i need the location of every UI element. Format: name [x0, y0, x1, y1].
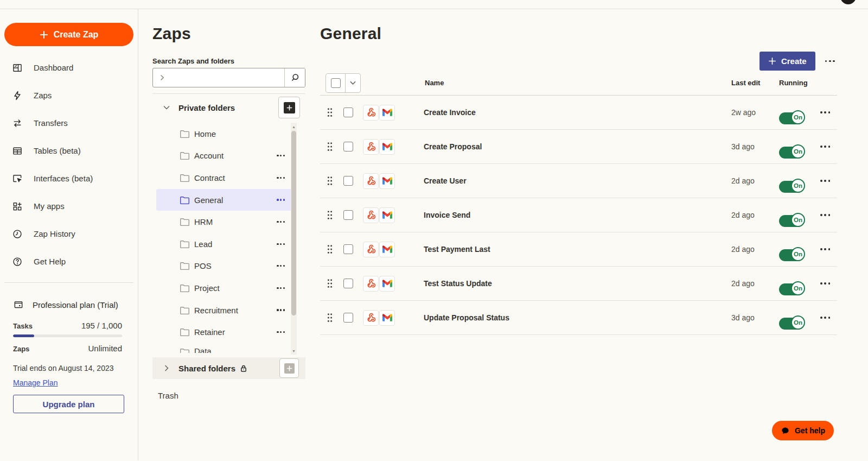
zap-last-edit: 3d ago: [731, 142, 779, 151]
folder-item[interactable]: Lead: [156, 233, 292, 255]
manage-plan-link[interactable]: Manage Plan: [13, 378, 58, 387]
webhook-icon: [363, 276, 379, 292]
folder-list-scrollbar[interactable]: ▲ ▼: [291, 123, 297, 355]
scrollbar-thumb[interactable]: [291, 131, 296, 315]
drag-handle-icon[interactable]: [327, 210, 334, 220]
trash-link[interactable]: Trash: [158, 391, 190, 400]
scroll-up-icon[interactable]: ▲: [291, 123, 297, 130]
row-checkbox[interactable]: [343, 210, 353, 220]
folder-icon: [180, 239, 190, 249]
zap-menu-button[interactable]: [818, 246, 832, 252]
folder-item[interactable]: Contract: [156, 167, 292, 189]
sidebar-item-transfers[interactable]: Transfers: [0, 109, 138, 137]
sidebar-item-label: Transfers: [34, 118, 68, 128]
sidebar-item-my-apps[interactable]: My apps: [0, 192, 138, 220]
row-checkbox[interactable]: [343, 313, 353, 323]
interfaces-icon: [12, 173, 23, 184]
zap-name[interactable]: Create User: [424, 176, 731, 185]
transfers-icon: [12, 118, 23, 129]
zap-menu-button[interactable]: [818, 280, 832, 287]
row-checkbox[interactable]: [343, 244, 353, 254]
drag-handle-icon[interactable]: [327, 279, 334, 288]
user-avatar[interactable]: [840, 0, 856, 4]
zap-name[interactable]: Test Status Update: [424, 279, 731, 288]
create-button[interactable]: Create: [760, 52, 815, 71]
app-icons: [363, 276, 395, 292]
folder-icon: [180, 327, 190, 337]
toggle-state-label: On: [791, 247, 805, 261]
webhook-icon: [363, 105, 379, 121]
folder-item[interactable]: General: [156, 189, 292, 211]
folder-item[interactable]: Recruitment: [156, 299, 292, 321]
folder-item[interactable]: HRM: [156, 211, 292, 233]
sidebar-item-tables[interactable]: Tables (beta): [0, 137, 138, 165]
folder-menu-button[interactable]: [275, 329, 287, 335]
sidebar-item-get-help[interactable]: Get Help: [0, 248, 138, 275]
zap-row: Update Proposal Status 3d ago On: [320, 301, 837, 335]
zap-name[interactable]: Test Payment Last: [424, 245, 731, 254]
drag-handle-icon[interactable]: [327, 142, 334, 151]
sidebar-item-interfaces[interactable]: Interfaces (beta): [0, 165, 138, 192]
zap-row: Create Proposal 3d ago On: [320, 130, 837, 164]
folder-item[interactable]: Data: [156, 343, 292, 353]
row-checkbox[interactable]: [343, 176, 353, 186]
toggle-state-label: On: [791, 144, 805, 159]
folder-menu-button[interactable]: [275, 263, 287, 269]
chevron-down-icon[interactable]: [163, 104, 170, 111]
add-shared-folder-button[interactable]: [279, 358, 299, 378]
chevron-right-icon[interactable]: [163, 364, 170, 372]
zap-menu-button[interactable]: [818, 178, 832, 184]
row-checkbox[interactable]: [343, 279, 353, 288]
folder-menu-button[interactable]: [275, 153, 287, 159]
folder-menu-button[interactable]: [275, 197, 287, 203]
row-checkbox[interactable]: [343, 108, 353, 117]
folder-item[interactable]: Project: [156, 277, 292, 299]
sidebar-item-zap-history[interactable]: Zap History: [0, 220, 138, 248]
select-dropdown-button[interactable]: [345, 74, 360, 92]
sidebar-item-dashboard[interactable]: Dashboard: [0, 54, 138, 81]
folder-menu-button[interactable]: [275, 175, 287, 181]
get-help-button[interactable]: Get help: [772, 421, 834, 440]
folder-item[interactable]: POS: [156, 255, 292, 277]
column-header-running: Running: [779, 79, 818, 87]
zap-name[interactable]: Create Proposal: [424, 142, 731, 151]
tasks-label: Tasks: [13, 322, 33, 330]
add-private-folder-button[interactable]: [278, 97, 300, 118]
zap-menu-button[interactable]: [818, 109, 832, 116]
app-icons: [363, 207, 395, 223]
folder-name: Contract: [194, 173, 225, 182]
create-zap-button[interactable]: Create Zap: [4, 23, 133, 46]
zap-name[interactable]: Invoice Send: [424, 211, 731, 219]
folder-item[interactable]: Account: [156, 145, 292, 167]
folder-menu-button[interactable]: [275, 241, 287, 247]
folder-item[interactable]: Home: [156, 123, 292, 145]
folder-name: Recruitment: [194, 306, 238, 315]
zap-menu-button[interactable]: [818, 314, 832, 321]
drag-handle-icon[interactable]: [327, 313, 334, 323]
drag-handle-icon[interactable]: [327, 176, 334, 186]
drag-handle-icon[interactable]: [327, 244, 334, 254]
zap-name[interactable]: Create Invoice: [424, 108, 731, 117]
folder-menu-button[interactable]: [275, 219, 287, 225]
zap-menu-button[interactable]: [818, 212, 832, 218]
main-content: General Create Name Last edit Running: [305, 9, 868, 460]
drag-handle-icon[interactable]: [327, 108, 334, 117]
scroll-down-icon[interactable]: ▼: [291, 347, 297, 355]
shared-folders-header[interactable]: Shared folders: [152, 357, 305, 379]
search-input[interactable]: [171, 68, 284, 87]
folder-item[interactable]: Retainer: [156, 321, 292, 343]
search-button[interactable]: [284, 68, 305, 87]
folder-actions-menu-button[interactable]: [823, 58, 837, 65]
folder-menu-button[interactable]: [275, 307, 287, 313]
webhook-icon: [363, 310, 379, 326]
zap-name[interactable]: Update Proposal Status: [424, 313, 731, 322]
help-circle-icon: [12, 256, 23, 267]
folder-menu-button[interactable]: [275, 285, 287, 291]
zap-menu-button[interactable]: [818, 143, 832, 150]
folder-icon: [180, 195, 190, 205]
folder-name: General: [194, 195, 223, 205]
upgrade-plan-button[interactable]: Upgrade plan: [13, 395, 124, 413]
row-checkbox[interactable]: [343, 142, 353, 151]
select-all-checkbox[interactable]: [331, 78, 341, 88]
sidebar-item-zaps[interactable]: Zaps: [0, 81, 138, 109]
